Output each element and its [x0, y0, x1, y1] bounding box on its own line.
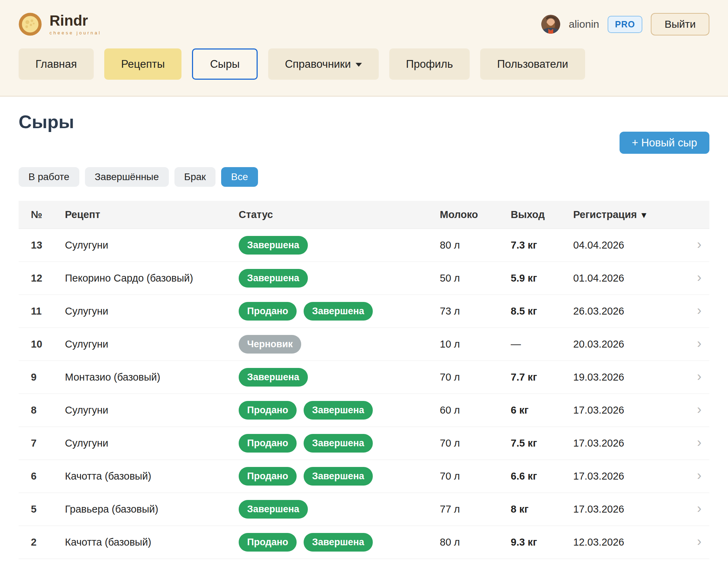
status-badge: Черновик — [239, 335, 301, 354]
cell-registration-date: 17.03.2026 — [573, 503, 689, 515]
table-row[interactable]: 7СулугуниПроданоЗавершена70 л7.5 кг17.03… — [19, 427, 709, 460]
status-badge: Завершена — [239, 500, 308, 519]
filter-chip-3[interactable]: Брак — [174, 167, 216, 187]
cell-registration-date: 19.03.2026 — [573, 371, 689, 383]
table-row[interactable]: 6Качотта (базовый)ПроданоЗавершена70 л6.… — [19, 460, 709, 493]
nav-item-label: Справочники — [285, 58, 351, 71]
username: alionin — [569, 18, 599, 30]
user-cluster: alionin PRO Выйти — [541, 13, 709, 35]
cell-status: Завершена — [239, 269, 440, 288]
sort-desc-icon: ▼ — [640, 210, 648, 220]
column-header-status: Статус — [239, 209, 440, 220]
column-header-yield: Выход — [511, 209, 573, 220]
cell-status: ПроданоЗавершена — [239, 401, 440, 420]
table-row[interactable]: 5Гравьера (базовый)Завершена77 л8 кг17.0… — [19, 493, 709, 526]
cell-milk: 50 л — [440, 272, 511, 284]
cell-registration-date: 04.04.2026 — [573, 239, 689, 251]
column-header-milk: Молоко — [440, 209, 511, 220]
status-badge: Завершена — [239, 236, 308, 255]
cell-milk: 70 л — [440, 371, 511, 383]
column-header-num: № — [31, 209, 65, 220]
cell-yield: 7.3 кг — [511, 239, 573, 251]
cell-recipe: Сулугуни — [65, 404, 239, 416]
table-row[interactable]: 11СулугуниПроданоЗавершена73 л8.5 кг26.0… — [19, 295, 709, 328]
table-row[interactable]: 12Пекорино Сардо (базовый)Завершена50 л5… — [19, 262, 709, 295]
filter-chip-4[interactable]: Все — [221, 167, 258, 187]
user-avatar — [541, 15, 560, 34]
status-badge: Продано — [239, 302, 297, 321]
cell-status: Завершена — [239, 500, 440, 519]
cheese-wheel-icon — [19, 13, 42, 36]
cheese-table-body: 13СулугуниЗавершена80 л7.3 кг04.04.2026›… — [19, 229, 709, 559]
table-row[interactable]: 8СулугуниПроданоЗавершена60 л6 кг17.03.2… — [19, 394, 709, 427]
cheese-table: № Рецепт Статус Молоко Выход Регистрация… — [19, 201, 709, 559]
cell-milk: 77 л — [440, 503, 511, 515]
table-row[interactable]: 13СулугуниЗавершена80 л7.3 кг04.04.2026› — [19, 229, 709, 262]
cell-num: 10 — [31, 338, 65, 350]
table-row[interactable]: 10СулугуниЧерновик10 л—20.03.2026› — [19, 328, 709, 361]
table-row[interactable]: 9Монтазио (базовый)Завершена70 л7.7 кг19… — [19, 361, 709, 394]
chevron-right-icon: › — [697, 337, 702, 352]
column-header-recipe: Рецепт — [65, 209, 239, 220]
cell-recipe: Монтазио (базовый) — [65, 371, 239, 383]
filter-chip-2[interactable]: Завершённые — [85, 167, 169, 187]
main-nav: ГлавнаяРецептыСырыСправочникиПрофильПоль… — [19, 48, 709, 80]
nav-item-4[interactable]: Справочники — [268, 48, 379, 80]
cell-status: ПроданоЗавершена — [239, 434, 440, 453]
app-header: Rindr cheese journal alionin PRO — [0, 0, 728, 97]
nav-item-3[interactable]: Сыры — [192, 48, 257, 80]
status-badge: Завершена — [304, 533, 373, 552]
cell-registration-date: 26.03.2026 — [573, 305, 689, 317]
cell-yield: 5.9 кг — [511, 272, 573, 284]
cell-num: 2 — [31, 536, 65, 548]
status-filters: В работеЗавершённыеБракВсе — [19, 167, 709, 187]
status-badge: Завершена — [304, 401, 373, 420]
status-badge: Завершена — [239, 269, 308, 288]
cell-status: Завершена — [239, 236, 440, 255]
cell-num: 5 — [31, 503, 65, 515]
chevron-right-icon: › — [697, 502, 702, 517]
brand-tagline: cheese journal — [49, 30, 101, 35]
logout-button[interactable]: Выйти — [651, 13, 709, 35]
cell-status: Завершена — [239, 368, 440, 387]
table-row[interactable]: 2Качотта (базовый)ПроданоЗавершена80 л9.… — [19, 526, 709, 559]
cell-recipe: Гравьера (базовый) — [65, 503, 239, 515]
cell-yield: 7.5 кг — [511, 437, 573, 449]
cell-milk: 73 л — [440, 305, 511, 317]
cell-registration-date: 01.04.2026 — [573, 272, 689, 284]
chevron-right-icon: › — [697, 469, 702, 484]
cell-num: 11 — [31, 305, 65, 317]
cell-status: ПроданоЗавершена — [239, 533, 440, 552]
nav-item-label: Сыры — [210, 58, 239, 71]
brand-name: Rindr — [49, 13, 101, 28]
new-cheese-button[interactable]: + Новый сыр — [620, 132, 709, 154]
filter-chip-1[interactable]: В работе — [19, 167, 79, 187]
cell-milk: 70 л — [440, 437, 511, 449]
status-badge: Продано — [239, 434, 297, 453]
cell-milk: 80 л — [440, 239, 511, 251]
cell-recipe: Пекорино Сардо (базовый) — [65, 272, 239, 284]
brand-logo: Rindr cheese journal — [19, 13, 101, 36]
status-badge: Продано — [239, 401, 297, 420]
cell-yield: 8 кг — [511, 503, 573, 515]
table-header-row: № Рецепт Статус Молоко Выход Регистрация… — [19, 201, 709, 229]
cell-yield: 9.3 кг — [511, 536, 573, 548]
status-badge: Завершена — [304, 467, 373, 486]
cell-num: 13 — [31, 239, 65, 251]
nav-item-label: Профиль — [406, 58, 453, 71]
page-title: Сыры — [19, 112, 74, 132]
chevron-right-icon: › — [697, 436, 702, 451]
cell-yield: 7.7 кг — [511, 371, 573, 383]
nav-item-6[interactable]: Пользователи — [480, 48, 585, 80]
nav-item-label: Пользователи — [497, 58, 568, 71]
status-badge: Продано — [239, 467, 297, 486]
nav-item-2[interactable]: Рецепты — [104, 48, 181, 80]
cell-registration-date: 12.03.2026 — [573, 536, 689, 548]
cell-recipe: Качотта (базовый) — [65, 536, 239, 548]
cell-num: 7 — [31, 437, 65, 449]
nav-item-5[interactable]: Профиль — [389, 48, 470, 80]
column-header-registration[interactable]: Регистрация▼ — [573, 209, 689, 220]
cell-yield: 8.5 кг — [511, 305, 573, 317]
nav-item-1[interactable]: Главная — [19, 48, 94, 80]
cell-yield: 6 кг — [511, 404, 573, 416]
